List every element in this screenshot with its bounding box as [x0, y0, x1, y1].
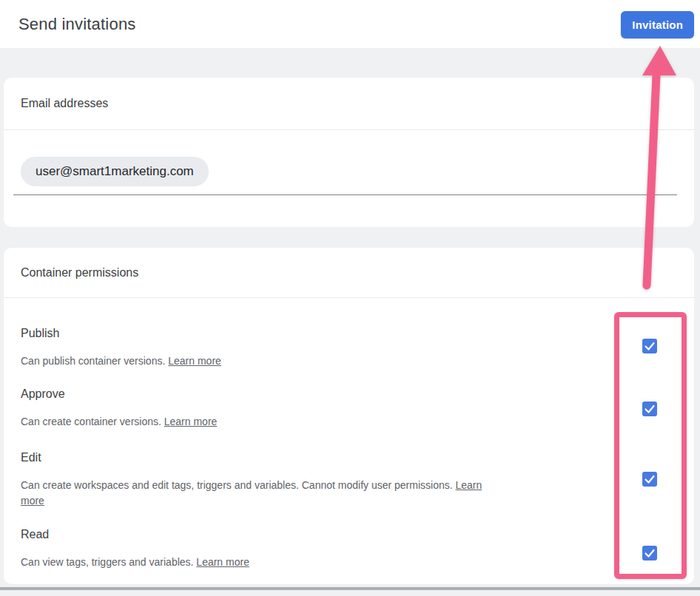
publish-checkbox[interactable]	[642, 339, 657, 353]
checkmark-icon	[642, 402, 657, 416]
learn-more-link[interactable]: Learn more	[168, 355, 221, 367]
permission-title: Publish	[21, 325, 598, 342]
approve-checkbox[interactable]	[642, 402, 657, 416]
email-chip[interactable]: user@smart1marketing.com	[21, 157, 209, 186]
permission-row-publish: Publish Can publish container versions. …	[21, 325, 598, 369]
send-invitations-dialog: Send invitations Invitation Email addres…	[0, 0, 700, 596]
permission-desc: Can view tags, triggers and variables. L…	[21, 555, 483, 570]
email-section-title: Email addresses	[4, 78, 694, 130]
permission-desc: Can create container versions. Learn mor…	[21, 414, 483, 430]
permission-row-edit: Edit Can create workspaces and edit tags…	[21, 450, 598, 509]
checkmark-icon	[642, 472, 657, 487]
permission-title: Edit	[21, 450, 598, 466]
permissions-list: Publish Can publish container versions. …	[4, 325, 694, 570]
permission-desc: Can create workspaces and edit tags, tri…	[21, 478, 483, 509]
email-input[interactable]: user@smart1marketing.com	[13, 157, 677, 195]
dialog-header: Send invitations Invitation	[0, 0, 700, 49]
learn-more-link[interactable]: Learn more	[196, 556, 249, 568]
horizontal-scrollbar[interactable]	[0, 587, 700, 590]
invitation-button[interactable]: Invitation	[621, 11, 694, 38]
permission-row-read: Read Can view tags, triggers and variabl…	[21, 526, 598, 570]
learn-more-link[interactable]: Learn more	[164, 416, 218, 427]
read-checkbox[interactable]	[642, 546, 657, 561]
permission-row-approve: Approve Can create container versions. L…	[21, 386, 598, 430]
permission-desc: Can publish container versions. Learn mo…	[21, 353, 483, 369]
email-addresses-card: Email addresses user@smart1marketing.com	[4, 78, 694, 227]
edit-checkbox[interactable]	[642, 472, 657, 487]
permission-title: Read	[21, 526, 598, 543]
container-permissions-card: Container permissions Publish Can publis…	[4, 248, 694, 584]
checkmark-icon	[642, 546, 657, 561]
permission-title: Approve	[21, 386, 598, 402]
page-title: Send invitations	[18, 15, 136, 34]
permissions-section-title: Container permissions	[4, 248, 694, 298]
checkmark-icon	[642, 339, 657, 353]
